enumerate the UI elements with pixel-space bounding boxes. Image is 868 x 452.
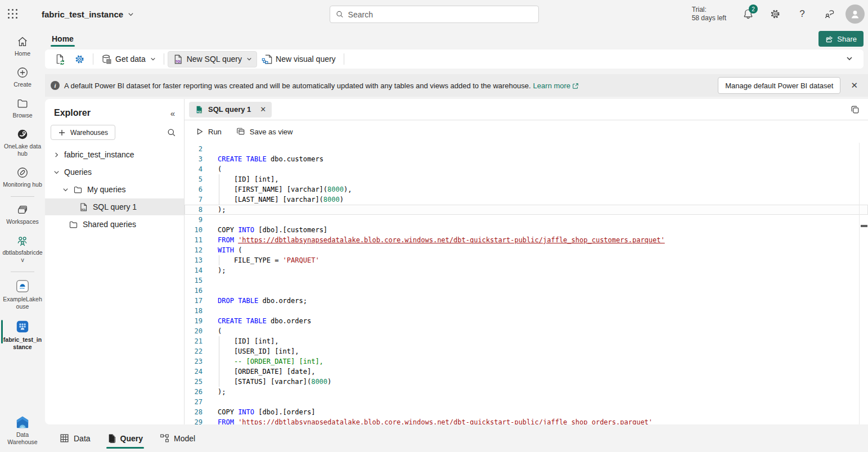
new-sql-query-button[interactable]: SQL New SQL query	[168, 51, 257, 67]
line-number: 16	[185, 286, 203, 296]
code-line-19[interactable]: 19CREATE TABLE dbo.orders	[185, 316, 868, 326]
page-tab-row: Home Share	[45, 28, 868, 49]
code-line-17[interactable]: 17DROP TABLE dbo.orders;	[185, 296, 868, 306]
code-line-6[interactable]: 6 [FIRST_NAME] [varchar](8000),	[185, 184, 868, 195]
global-search[interactable]	[330, 6, 539, 23]
code-line-7[interactable]: 7 [LAST_NAME] [varchar](8000)	[185, 195, 868, 205]
refresh-button[interactable]	[50, 51, 70, 67]
person-icon	[849, 8, 861, 20]
code-line-25[interactable]: 25 [STATUS] [varchar](8000)	[185, 377, 868, 387]
code-line-18[interactable]: 18	[185, 306, 868, 316]
banner-close-icon[interactable]: ✕	[846, 78, 862, 93]
tree-item-warehouse[interactable]: fabric_test_instance	[45, 146, 184, 163]
editor-tab-sql-query-1[interactable]: SQL SQL query 1 ✕	[189, 102, 272, 117]
learn-more-link[interactable]: Learn more	[533, 82, 579, 90]
tree-item-shared-queries[interactable]: Shared queries	[45, 216, 184, 233]
code-line-4[interactable]: 4(	[185, 164, 868, 174]
rail-item-data-warehouse[interactable]: Data Warehouse	[0, 412, 45, 451]
code-line-24[interactable]: 24 [ORDER_DATE] [date],	[185, 367, 868, 377]
folder-icon	[16, 97, 29, 110]
editor-toolbar: Run Save as view	[185, 120, 868, 143]
help-button[interactable]: ?	[791, 3, 813, 25]
code-line-22[interactable]: 22 [USER_ID] [int],	[185, 346, 868, 356]
app-launcher-icon[interactable]	[0, 0, 26, 28]
code-line-16[interactable]: 16	[185, 286, 868, 296]
manage-dataset-button[interactable]: Manage default Power BI dataset	[718, 77, 840, 94]
tab-home[interactable]: Home	[47, 28, 78, 49]
code-editor[interactable]: 23CREATE TABLE dbo.customers4(5 [ID] [in…	[185, 143, 868, 424]
share-button[interactable]: Share	[818, 31, 863, 47]
view-tab-data[interactable]: Data	[54, 427, 96, 450]
info-icon: i	[51, 81, 60, 90]
tree-item-my-queries[interactable]: My queries	[45, 181, 184, 198]
code-line-text: );	[218, 205, 226, 215]
feedback-icon	[824, 8, 835, 20]
new-visual-query-button[interactable]: New visual query	[257, 52, 340, 67]
ribbon-settings-button[interactable]	[70, 52, 89, 67]
tree-item-sql-query-1[interactable]: SQL SQL query 1	[45, 198, 184, 215]
rail-item-browse[interactable]: Browse	[0, 93, 45, 124]
code-line-text: [ID] [int],	[218, 174, 278, 184]
code-line-3[interactable]: 3CREATE TABLE dbo.customers	[185, 154, 868, 164]
code-line-21[interactable]: 21 [ID] [int],	[185, 336, 868, 346]
code-line-15[interactable]: 15	[185, 275, 868, 286]
view-tab-query[interactable]: Query	[102, 427, 149, 450]
view-tab-model[interactable]: Model	[154, 427, 201, 450]
collapse-panel-icon[interactable]: «	[170, 109, 175, 118]
code-line-2[interactable]: 2	[185, 144, 868, 154]
tree-item-queries[interactable]: Queries	[45, 164, 184, 180]
rail-item-workspaces[interactable]: Workspaces	[0, 200, 45, 230]
tab-close-icon[interactable]: ✕	[260, 105, 266, 114]
active-tab-underline	[51, 45, 75, 47]
line-number: 15	[185, 275, 203, 286]
code-line-23[interactable]: 23 -- [ORDER_DATE] [int],	[185, 356, 868, 367]
code-line-26[interactable]: 26);	[185, 387, 868, 397]
get-data-button[interactable]: Get data	[97, 52, 160, 67]
workspace-people-icon	[16, 234, 29, 247]
line-number: 20	[185, 326, 203, 336]
code-line-5[interactable]: 5 [ID] [int],	[185, 174, 868, 184]
rail-item-examplelakehouse[interactable]: ExampleLakehouse	[0, 275, 45, 315]
code-line-10[interactable]: 10COPY INTO [dbo].[customers]	[185, 225, 868, 235]
settings-button[interactable]	[764, 3, 786, 25]
view-switcher-bar: Data Query Model	[45, 424, 868, 452]
plus-icon	[58, 129, 66, 137]
workspace-switcher[interactable]: fabric_test_instance	[42, 10, 134, 19]
active-view-underline	[106, 447, 144, 449]
code-line-text: COPY INTO [dbo].[customers]	[218, 225, 327, 235]
rail-item-onelake-data-hub[interactable]: OneLake data hub	[0, 124, 45, 162]
code-line-9[interactable]: 9	[185, 215, 868, 225]
model-icon	[160, 433, 169, 443]
save-as-view-button[interactable]: Save as view	[236, 127, 293, 136]
line-number: 7	[185, 195, 203, 205]
rail-item-fabric-test-instance[interactable]: fabric_test_instance	[0, 315, 45, 356]
code-line-14[interactable]: 14);	[185, 265, 868, 275]
ribbon-collapse-chevron-icon[interactable]	[845, 55, 853, 62]
code-line-20[interactable]: 20(	[185, 326, 868, 336]
search-input[interactable]	[348, 10, 533, 19]
copy-icon[interactable]	[850, 105, 860, 115]
code-line-29[interactable]: 29FROM 'https://dbtlabsynapsedatalake.bl…	[185, 417, 868, 424]
chevron-down-icon	[128, 11, 134, 17]
folder-icon	[73, 185, 83, 195]
code-line-8[interactable]: 8);	[185, 205, 868, 215]
code-line-27[interactable]: 27	[185, 397, 868, 407]
code-line-12[interactable]: 12WITH (	[185, 245, 868, 255]
code-line-11[interactable]: 11FROM 'https://dbtlabsynapsedatalake.bl…	[185, 235, 868, 245]
rail-item-dbtlabsfabricdev[interactable]: dbtlabsfabricdev	[0, 230, 45, 269]
explorer-search-icon[interactable]	[167, 128, 176, 137]
code-lines: 23CREATE TABLE dbo.customers4(5 [ID] [in…	[185, 144, 868, 424]
account-avatar[interactable]	[845, 4, 865, 24]
gear-icon	[74, 54, 85, 65]
rail-item-home[interactable]: Home	[0, 31, 45, 62]
external-link-icon	[572, 83, 579, 89]
run-button[interactable]: Run	[196, 128, 222, 136]
code-line-28[interactable]: 28COPY INTO [dbo].[orders]	[185, 407, 868, 417]
feedback-button[interactable]	[818, 3, 840, 25]
notifications-button[interactable]: 2	[737, 3, 759, 25]
code-line-13[interactable]: 13 FILE_TYPE = 'PARQUET'	[185, 255, 868, 265]
rail-item-create[interactable]: Create	[0, 62, 45, 93]
warehouses-button[interactable]: Warehouses	[51, 125, 115, 140]
rail-item-monitoring-hub[interactable]: Monitoring hub	[0, 162, 45, 193]
editor-scrollbar[interactable]	[859, 143, 860, 424]
